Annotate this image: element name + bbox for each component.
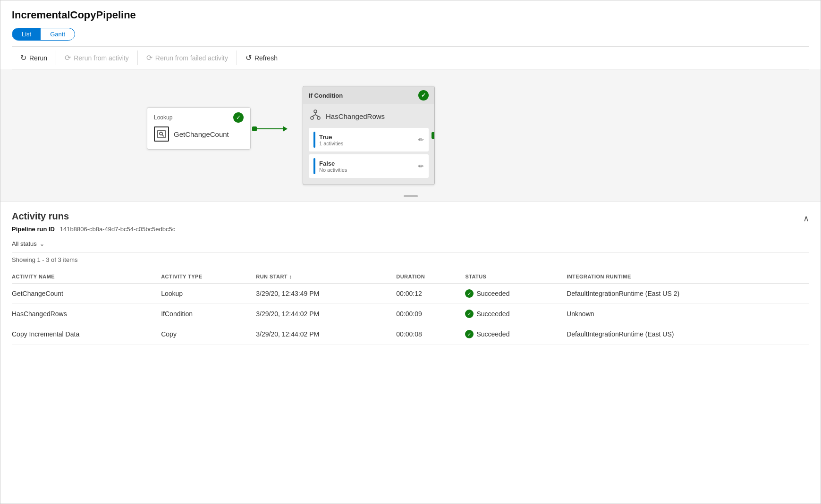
runs-table: ACTIVITY NAME ACTIVITY TYPE RUN START ↕ … (12, 270, 809, 344)
refresh-icon: ↺ (245, 53, 252, 62)
col-activity-name: ACTIVITY NAME (12, 270, 161, 284)
pipeline-run-id-row: Pipeline run ID 141b8806-cb8a-49d7-bc54-… (12, 226, 809, 233)
svg-line-7 (312, 115, 315, 117)
false-branch-label: False (319, 160, 347, 167)
lookup-node-header: Lookup ✓ (154, 112, 244, 123)
rerun-label: Rerun (29, 54, 47, 62)
cell-duration: 00:00:12 (396, 284, 465, 304)
true-branch-edit-icon[interactable]: ✏ (418, 136, 424, 143)
gantt-toggle-btn[interactable]: Gantt (41, 28, 75, 40)
rerun-from-failed-button[interactable]: ⟳ Rerun from failed activity (138, 50, 237, 65)
true-branch-sub: 1 activities (319, 141, 343, 146)
svg-line-2 (162, 135, 164, 137)
refresh-button[interactable]: ↺ Refresh (237, 50, 286, 65)
col-status: STATUS (465, 270, 567, 284)
connector-arrow (283, 126, 288, 132)
runs-section-header: Activity runs ∧ (12, 211, 809, 226)
rerun-from-failed-icon: ⟳ (146, 53, 152, 62)
view-toggle-bar: List Gantt (12, 28, 809, 41)
cell-status: ✓ Succeeded (465, 324, 567, 344)
status-check-icon: ✓ (465, 330, 474, 338)
ifcondition-body: HasChangedRows True 1 activities ✏ (303, 104, 434, 185)
status-filter-chevron: ⌄ (40, 241, 44, 247)
if-condition-icon (309, 108, 322, 124)
connector-left-dot (252, 126, 257, 131)
svg-point-1 (160, 132, 162, 135)
cell-activity-name: GetChangeCount (12, 284, 161, 304)
cell-integration-runtime: DefaultIntegrationRuntime (East US) (567, 324, 809, 344)
col-integration-runtime: INTEGRATION RUNTIME (567, 270, 809, 284)
col-activity-type: ACTIVITY TYPE (161, 270, 256, 284)
svg-rect-0 (158, 130, 165, 138)
pipeline-run-id-label: Pipeline run ID (12, 226, 55, 233)
status-check-icon: ✓ (465, 289, 474, 298)
page-title: IncrementalCopyPipeline (12, 9, 809, 21)
status-filter-label: All status (12, 240, 37, 247)
col-run-start: RUN START ↕ (256, 270, 396, 284)
refresh-label: Refresh (254, 54, 278, 62)
table-row[interactable]: HasChangedRows IfCondition 3/29/20, 12:4… (12, 304, 809, 324)
rerun-from-activity-icon: ⟳ (65, 53, 71, 62)
rerun-from-failed-label: Rerun from failed activity (155, 54, 228, 62)
cell-duration: 00:00:09 (396, 304, 465, 324)
table-row[interactable]: GetChangeCount Lookup 3/29/20, 12:43:49 … (12, 284, 809, 304)
ifcondition-right-edge-dot (432, 132, 435, 139)
true-branch-content: True 1 activities (319, 134, 343, 146)
cell-run-start: 3/29/20, 12:44:02 PM (256, 304, 396, 324)
cell-integration-runtime: DefaultIntegrationRuntime (East US 2) (567, 284, 809, 304)
ifcondition-header: If Condition ✓ (303, 86, 434, 104)
cell-status: ✓ Succeeded (465, 304, 567, 324)
cell-status: ✓ Succeeded (465, 284, 567, 304)
svg-point-5 (317, 117, 320, 119)
cell-activity-type: Copy (161, 324, 256, 344)
status-check-icon: ✓ (465, 310, 474, 318)
svg-point-4 (311, 117, 313, 119)
rerun-icon: ↻ (20, 53, 26, 62)
col-duration: DURATION (396, 270, 465, 284)
canvas-scroll-indicator (404, 195, 418, 197)
ifcondition-activity-node[interactable]: If Condition ✓ HasChangedRows (303, 86, 435, 185)
rerun-from-activity-button[interactable]: ⟳ Rerun from activity (56, 50, 138, 65)
collapse-icon[interactable]: ∧ (803, 213, 809, 224)
all-status-filter-btn[interactable]: All status ⌄ (12, 240, 44, 247)
ifcondition-activity-name: HasChangedRows (326, 112, 385, 120)
cell-activity-name: HasChangedRows (12, 304, 161, 324)
lookup-activity-name: GetChangeCount (174, 130, 229, 138)
false-branch-content: False No activities (319, 160, 347, 173)
false-branch-bar (313, 158, 315, 174)
pipeline-run-id-value: 141b8806-cb8a-49d7-bc54-c05bc5edbc5c (60, 226, 175, 233)
run-start-sort-icon[interactable]: ↕ (289, 274, 292, 279)
true-branch-row[interactable]: True 1 activities ✏ (309, 128, 429, 151)
lookup-success-check: ✓ (233, 112, 244, 123)
cell-integration-runtime: Unknown (567, 304, 809, 324)
table-row[interactable]: Copy Incremental Data Copy 3/29/20, 12:4… (12, 324, 809, 344)
lookup-search-icon (154, 126, 169, 142)
rerun-button[interactable]: ↻ Rerun (12, 50, 56, 65)
status-label: Succeeded (476, 330, 509, 338)
false-branch-sub: No activities (319, 167, 347, 173)
false-branch-edit-icon[interactable]: ✏ (418, 162, 424, 170)
false-branch-row[interactable]: False No activities ✏ (309, 154, 429, 178)
runs-table-head: ACTIVITY NAME ACTIVITY TYPE RUN START ↕ … (12, 270, 809, 284)
ifcondition-activity-row: HasChangedRows (309, 108, 429, 124)
connector-line (257, 128, 283, 129)
cell-run-start: 3/29/20, 12:44:02 PM (256, 324, 396, 344)
true-branch-label: True (319, 134, 343, 141)
cell-activity-type: Lookup (161, 284, 256, 304)
pipeline-canvas: Lookup ✓ GetChangeCount If Condition ✓ (0, 69, 821, 202)
lookup-node-body: GetChangeCount (154, 126, 244, 142)
runs-filter-bar: All status ⌄ (12, 240, 809, 252)
list-toggle-btn[interactable]: List (12, 28, 41, 40)
runs-table-body: GetChangeCount Lookup 3/29/20, 12:43:49 … (12, 284, 809, 344)
true-branch-bar (313, 132, 315, 148)
svg-line-8 (315, 115, 319, 117)
status-label: Succeeded (476, 290, 509, 297)
cell-run-start: 3/29/20, 12:43:49 PM (256, 284, 396, 304)
svg-point-3 (314, 110, 317, 113)
lookup-activity-node[interactable]: Lookup ✓ GetChangeCount (147, 107, 251, 150)
connector (252, 126, 288, 132)
cell-activity-type: IfCondition (161, 304, 256, 324)
cell-activity-name: Copy Incremental Data (12, 324, 161, 344)
showing-count: Showing 1 - 3 of 3 items (12, 256, 809, 263)
ifcondition-success-check: ✓ (418, 90, 429, 101)
